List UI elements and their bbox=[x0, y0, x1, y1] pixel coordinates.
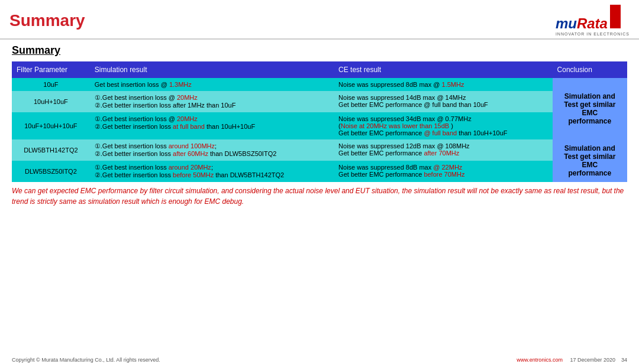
logo-area: muRata INNOVATOR IN ELECTRONICS bbox=[556, 5, 630, 36]
header: Summary muRata INNOVATOR IN ELECTRONICS bbox=[0, 0, 639, 40]
table-row: 10uH+10uF ①.Get best insertion loss @ 20… bbox=[12, 91, 627, 112]
footer-note: We can get expected EMC performance by f… bbox=[12, 186, 627, 207]
main-content: Summary Filter Parameter Simulation resu… bbox=[0, 40, 639, 210]
summary-table: Filter Parameter Simulation result CE te… bbox=[12, 61, 627, 182]
sim-DLW5BTH142TQ2: ①.Get best insertion loss around 100MHz;… bbox=[90, 139, 334, 161]
ce-10uF10uH10uF: Noise was suppressed 34dB max @ 0.77MHz … bbox=[334, 112, 552, 139]
header-simulation: Simulation result bbox=[90, 61, 334, 78]
ce-DLW5BTH142TQ2: Noise was suppressed 12dB max @ 108MHz G… bbox=[334, 139, 552, 161]
murata-logo: muRata INNOVATOR IN ELECTRONICS bbox=[556, 5, 630, 36]
logo-tagline: INNOVATOR IN ELECTRONICS bbox=[556, 32, 630, 36]
param-DLW5BTH142TQ2: DLW5BTH142TQ2 bbox=[12, 139, 90, 161]
table-row: DLW5BSZ50ITQ2 ①.Get best insertion loss … bbox=[12, 161, 627, 182]
sim-10uF: Get best insertion loss @ 1.3MHz bbox=[90, 78, 334, 91]
sim-DLW5BSZ50ITQ2: ①.Get best insertion loss around 20MHz; … bbox=[90, 161, 334, 182]
date-text: 17 December 2020 bbox=[570, 357, 615, 363]
sim-10uF10uH10uF: ①.Get best insertion loss @ 20MHz ②.Get … bbox=[90, 112, 334, 139]
conclusion-cell-2: Simulation andTest get similarEMCperform… bbox=[553, 139, 627, 182]
section-title: Summary bbox=[12, 44, 627, 57]
table-row: 10uF+10uH+10uF ①.Get best insertion loss… bbox=[12, 112, 627, 139]
table-row: 10uF Get best insertion loss @ 1.3MHz No… bbox=[12, 78, 627, 91]
param-10uH10uF: 10uH+10uF bbox=[12, 91, 90, 112]
header-ce-test: CE test result bbox=[334, 61, 552, 78]
param-DLW5BSZ50ITQ2: DLW5BSZ50ITQ2 bbox=[12, 161, 90, 182]
param-10uF: 10uF bbox=[12, 78, 90, 91]
table-row: DLW5BTH142TQ2 ①.Get best insertion loss … bbox=[12, 139, 627, 161]
ce-10uH10uF: Noise was suppressed 14dB max @ 14MHz Ge… bbox=[334, 91, 552, 112]
page-title: Summary bbox=[9, 11, 85, 30]
copyright-text: Copyright © Murata Manufacturing Co., Lt… bbox=[12, 357, 160, 363]
header-filter-param: Filter Parameter bbox=[12, 61, 90, 78]
website-date: www.entronics.com 17 December 2020 34 bbox=[517, 357, 627, 363]
conclusion-cell-1: Simulation andTest get similarEMCperform… bbox=[553, 78, 627, 139]
table-header-row: Filter Parameter Simulation result CE te… bbox=[12, 61, 627, 78]
ce-10uF: Noise was suppressed 8dB max @ 1.5MHz bbox=[334, 78, 552, 91]
page-number: 34 bbox=[621, 357, 627, 363]
param-10uF10uH10uF: 10uF+10uH+10uF bbox=[12, 112, 90, 139]
copyright-bar: Copyright © Murata Manufacturing Co., Lt… bbox=[0, 357, 639, 363]
ce-DLW5BSZ50ITQ2: Noise was suppressed 8dB max @ 22MHz Get… bbox=[334, 161, 552, 182]
website-link: www.entronics.com bbox=[517, 357, 563, 363]
sim-10uH10uF: ①.Get best insertion loss @ 20MHz ②.Get … bbox=[90, 91, 334, 112]
header-conclusion: Conclusion bbox=[553, 61, 627, 78]
